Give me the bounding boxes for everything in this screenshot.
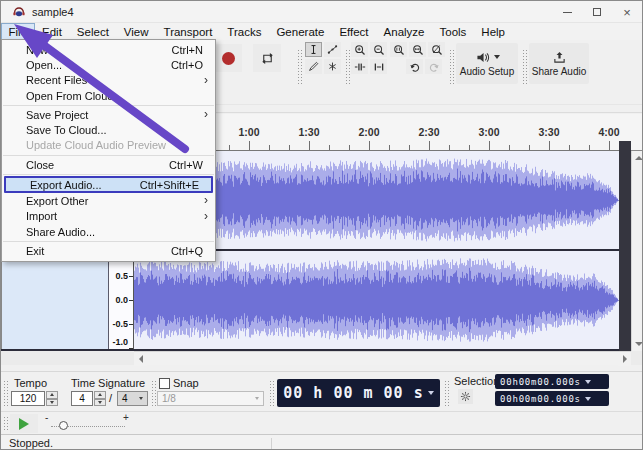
- tools-toolbar-grip[interactable]: [297, 49, 302, 85]
- redo-button[interactable]: [425, 59, 442, 74]
- snap-checkbox[interactable]: [159, 378, 170, 389]
- menu-item[interactable]: Recent Files ›: [2, 73, 215, 88]
- selection-toolbar-grip[interactable]: [444, 380, 449, 406]
- menu-item[interactable]: Close Ctrl+W: [2, 157, 215, 172]
- menubar-item[interactable]: File: [1, 23, 35, 40]
- beats-spinner[interactable]: [94, 391, 106, 406]
- menubar-item[interactable]: Edit: [35, 23, 70, 40]
- share-upload-icon: [552, 51, 567, 64]
- selection-settings-button[interactable]: [458, 389, 473, 404]
- timecode-grip[interactable]: [269, 380, 274, 406]
- selection-tool-button[interactable]: [305, 42, 322, 57]
- menu-item[interactable]: Update Cloud Audio Preview: [2, 138, 215, 153]
- menubar-item[interactable]: Effect: [332, 23, 376, 40]
- title-bar[interactable]: sample4 ×: [1, 1, 642, 23]
- menubar-item[interactable]: Transport: [156, 23, 220, 40]
- scroll-down-button[interactable]: [632, 337, 643, 350]
- menubar-item[interactable]: Tools: [432, 23, 474, 40]
- scroll-up-button[interactable]: [632, 151, 643, 164]
- spinner-down-icon: [98, 401, 102, 404]
- scroll-right-button[interactable]: [618, 352, 631, 366]
- note-value-dropdown[interactable]: 4: [117, 391, 148, 406]
- bottom-toolbar: Tempo 120 Time Signature 4 / 4 Snap 1/8 …: [1, 371, 643, 411]
- snap-label: Snap: [173, 377, 199, 389]
- menu-item[interactable]: Import ›: [2, 209, 215, 224]
- menubar-item[interactable]: Tracks: [220, 23, 269, 40]
- share-audio-grip[interactable]: [522, 49, 527, 85]
- timeline-tick: [309, 141, 310, 150]
- multi-tool-button[interactable]: [324, 59, 341, 74]
- silence-audio-icon: [373, 61, 385, 73]
- menu-item[interactable]: Exit Ctrl+Q: [2, 243, 215, 258]
- fit-selection-button[interactable]: [390, 42, 407, 57]
- loop-button[interactable]: [253, 44, 281, 72]
- scrollbar-gap: [1, 351, 134, 365]
- menu-item[interactable]: New Ctrl+N: [2, 42, 215, 57]
- speed-max-label: +: [123, 412, 129, 423]
- menubar-item[interactable]: Help: [474, 23, 513, 40]
- menu-item[interactable]: Open From Cloud...: [2, 88, 215, 103]
- fit-project-icon: [412, 44, 424, 56]
- menu-item[interactable]: Export Other ›: [2, 193, 215, 208]
- waveform-channel-2[interactable]: [134, 252, 618, 348]
- maximize-button[interactable]: [582, 1, 612, 23]
- menu-separator: [3, 174, 214, 175]
- redo-icon: [428, 61, 440, 73]
- timeline-label: 2:00: [358, 126, 379, 138]
- snap-mode-dropdown[interactable]: 1/8: [157, 391, 264, 406]
- zoom-toggle-button[interactable]: [428, 42, 445, 57]
- time-toolbar-grip[interactable]: [3, 380, 8, 406]
- menu-item[interactable]: Save To Cloud...: [2, 122, 215, 137]
- envelope-tool-button[interactable]: [324, 42, 341, 57]
- minimize-button[interactable]: [552, 1, 582, 23]
- chevron-right-icon: [623, 355, 627, 363]
- fit-project-button[interactable]: [409, 42, 426, 57]
- record-button[interactable]: [214, 44, 242, 72]
- spinner-up-icon: [98, 393, 102, 396]
- track-right-edge: [619, 141, 631, 351]
- speed-toolbar-grip[interactable]: [3, 416, 8, 432]
- audio-position-display[interactable]: 00 h 00 m 00 s: [277, 379, 440, 407]
- snap-toolbar-grip[interactable]: [151, 380, 156, 406]
- edit-toolbar-grip[interactable]: [345, 49, 350, 85]
- pencil-icon: [308, 61, 319, 72]
- menubar-item[interactable]: Generate: [269, 23, 332, 40]
- menu-item[interactable]: Save Project ›: [2, 107, 215, 122]
- silence-audio-button[interactable]: [370, 59, 387, 74]
- audio-setup-button[interactable]: Audio Setup: [456, 43, 518, 84]
- selection-start-display[interactable]: 00h00m00.000s: [495, 374, 609, 389]
- tempo-input[interactable]: 120: [11, 391, 45, 406]
- speed-slider-knob[interactable]: [59, 421, 68, 430]
- ruler-label: -1.0: [112, 337, 128, 347]
- status-divider: [271, 438, 272, 450]
- audacity-window: sample4 × FileEditSelectViewTransportTra…: [0, 0, 643, 450]
- play-at-speed-button[interactable]: [10, 414, 38, 433]
- scroll-left-button[interactable]: [134, 352, 147, 366]
- horizontal-scrollbar[interactable]: [134, 351, 631, 365]
- beats-per-measure-input[interactable]: 4: [71, 391, 93, 406]
- selection-end-display[interactable]: 00h00m00.000s: [495, 391, 609, 406]
- audio-setup-grip[interactable]: [449, 49, 454, 85]
- submenu-arrow-icon: ›: [204, 107, 208, 122]
- close-button[interactable]: ×: [612, 1, 642, 23]
- menu-item[interactable]: Export Audio... Ctrl+Shift+E: [4, 176, 213, 193]
- menubar-item[interactable]: Analyze: [376, 23, 432, 40]
- menubar-item[interactable]: Select: [69, 23, 116, 40]
- zoom-in-button[interactable]: [351, 42, 368, 57]
- zoom-out-button[interactable]: [370, 42, 387, 57]
- vertical-scrollbar[interactable]: [631, 151, 643, 351]
- ruler-tick: [129, 276, 133, 277]
- tempo-spinner[interactable]: [46, 391, 58, 406]
- menu-item[interactable]: Share Audio...: [2, 224, 215, 239]
- undo-button[interactable]: [406, 59, 423, 74]
- menu-separator: [3, 241, 214, 242]
- draw-tool-button[interactable]: [305, 59, 322, 74]
- time-signature-divider: /: [109, 392, 112, 404]
- trim-audio-button[interactable]: [351, 59, 368, 74]
- menu-item[interactable]: Open... Ctrl+O: [2, 57, 215, 72]
- menu-separator: [3, 105, 214, 106]
- menubar-item[interactable]: View: [116, 23, 156, 40]
- zoom-in-icon: [354, 44, 366, 56]
- share-audio-button[interactable]: Share Audio: [529, 43, 589, 84]
- timecode-caret-icon: [585, 380, 591, 384]
